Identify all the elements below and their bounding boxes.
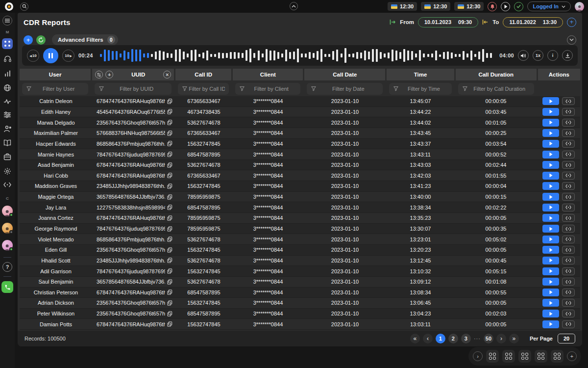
- sidebar-item-workspace[interactable]: [3, 153, 11, 160]
- table-row[interactable]: Eden Gill 2356764376Ghoq9876t657hh... 15…: [20, 245, 580, 256]
- last-page-button[interactable]: »: [509, 334, 519, 343]
- dock-workspace-1[interactable]: [486, 350, 499, 363]
- table-row[interactable]: Asad Benjamin 678474764376RAHuq9876thh..…: [20, 160, 580, 171]
- row-play-button[interactable]: [542, 108, 559, 116]
- sidebar-item-dashboard[interactable]: [2, 38, 13, 49]
- row-play-button[interactable]: [542, 129, 559, 137]
- row-details-button[interactable]: [562, 172, 575, 180]
- page-button-1[interactable]: 1: [436, 334, 445, 343]
- row-details-button[interactable]: [562, 267, 575, 275]
- row-play-button[interactable]: [542, 236, 559, 243]
- collapse-section-button[interactable]: [567, 35, 576, 45]
- row-details-button[interactable]: [562, 204, 575, 211]
- dock-expand-button[interactable]: ›: [473, 351, 483, 361]
- user-avatar[interactable]: [575, 2, 584, 11]
- table-row[interactable]: Maddison Graves 23485JJJhhjv989483876thh…: [20, 181, 580, 192]
- remove-column-button[interactable]: ×: [163, 71, 171, 79]
- row-details-button[interactable]: [562, 225, 575, 233]
- column-header-time[interactable]: Time: [387, 69, 454, 80]
- column-header-call-id[interactable]: Call ID: [175, 69, 231, 80]
- row-details-button[interactable]: [562, 289, 575, 296]
- row-details-button[interactable]: [562, 320, 575, 328]
- copy-uuid-button[interactable]: [167, 141, 172, 146]
- search-button[interactable]: [20, 2, 28, 11]
- dock-workspace-2[interactable]: [502, 350, 515, 363]
- table-row[interactable]: Christian Peterson 678474764376RAHuq9876…: [20, 288, 580, 298]
- filter-client-input[interactable]: [235, 86, 300, 92]
- row-details-button[interactable]: [562, 97, 575, 105]
- table-row[interactable]: Hhalid Scott 23485JJJhhjv989483876thh...…: [20, 256, 580, 266]
- copy-uuid-button[interactable]: [167, 173, 172, 178]
- contact-avatar-3[interactable]: [2, 240, 13, 251]
- row-details-button[interactable]: [562, 246, 575, 254]
- row-play-button[interactable]: [542, 204, 559, 211]
- page-button-3[interactable]: 3: [461, 334, 471, 343]
- sidebar-item-statistics[interactable]: [4, 70, 11, 77]
- filter-time[interactable]: [389, 83, 451, 95]
- filter-user[interactable]: [22, 83, 88, 95]
- column-header-uuid[interactable]: + UUID ×: [92, 69, 174, 80]
- copy-uuid-button[interactable]: [167, 184, 172, 189]
- sidebar-item-global[interactable]: [3, 84, 11, 92]
- copy-uuid-button[interactable]: [167, 311, 172, 316]
- copy-uuid-button[interactable]: [167, 258, 172, 263]
- filter-uuid[interactable]: [95, 83, 172, 95]
- row-play-button[interactable]: [542, 151, 559, 158]
- row-details-button[interactable]: [562, 182, 575, 190]
- row-play-button[interactable]: [542, 214, 559, 222]
- row-details-button[interactable]: [562, 193, 575, 201]
- skip-forward-10-button[interactable]: 10▶: [62, 50, 74, 62]
- row-details-button[interactable]: [562, 119, 575, 127]
- copy-uuid-button[interactable]: [167, 162, 172, 168]
- dialer-button[interactable]: [1, 281, 13, 293]
- row-details-button[interactable]: [562, 278, 575, 286]
- row-play-button[interactable]: [542, 97, 559, 105]
- table-row[interactable]: Edith Haney 45454764376RAOuq6776t55... 4…: [20, 107, 580, 118]
- dock-workspace-4[interactable]: [535, 350, 547, 363]
- pause-button[interactable]: [43, 48, 58, 63]
- collapse-topbar-button[interactable]: [290, 2, 298, 10]
- copy-uuid-button[interactable]: [167, 120, 172, 125]
- dock-workspace-5[interactable]: [551, 350, 564, 363]
- table-row[interactable]: Joanna Cortez 678474764376RAHuq9876thh..…: [20, 213, 580, 224]
- copy-uuid-button[interactable]: [167, 226, 172, 232]
- sidebar-item-settings-sliders[interactable]: [3, 111, 11, 118]
- copy-uuid-button[interactable]: [167, 215, 172, 221]
- add-date-range-button[interactable]: +: [567, 18, 576, 27]
- copy-uuid-button[interactable]: [167, 268, 172, 274]
- table-row[interactable]: Saul Benjamin 36578564876584JJbfbjv736..…: [20, 277, 580, 288]
- row-play-button[interactable]: [542, 299, 559, 307]
- filter-date-input[interactable]: [307, 86, 383, 92]
- page-button-2[interactable]: 2: [448, 334, 458, 343]
- next-page-button[interactable]: ›: [496, 334, 506, 343]
- notifications-button[interactable]: [488, 2, 497, 11]
- playback-speed-button[interactable]: 1x: [533, 50, 543, 61]
- table-row[interactable]: George Raymond 78476764376juduq98787699.…: [20, 224, 580, 235]
- table-row[interactable]: Maggie Ortega 36578564876584JJbfbjv736..…: [20, 192, 580, 203]
- sidebar-item-headset[interactable]: [3, 55, 12, 63]
- column-header-call-duration[interactable]: Call Duration: [456, 69, 537, 80]
- sidebar-item-settings[interactable]: [3, 167, 11, 175]
- row-play-button[interactable]: [542, 257, 559, 264]
- row-details-button[interactable]: [562, 299, 575, 307]
- volume-button[interactable]: [518, 50, 529, 61]
- help-button[interactable]: ?: [2, 262, 12, 272]
- table-row[interactable]: Catrin Deleon 678474764376RAHuq9876thh..…: [20, 96, 580, 107]
- table-row[interactable]: Jay Lara 122757583838hhsjn85989942... 68…: [20, 202, 580, 213]
- row-details-button[interactable]: [562, 140, 575, 148]
- copy-uuid-button[interactable]: [167, 300, 172, 306]
- column-header-user[interactable]: User: [20, 69, 91, 80]
- app-logo-icon[interactable]: [5, 2, 13, 11]
- from-datetime-picker[interactable]: 10.01.2023 09:30: [418, 17, 478, 27]
- row-play-button[interactable]: [542, 289, 559, 296]
- copy-uuid-button[interactable]: [167, 194, 172, 200]
- call-timer-1[interactable]: 12:30: [388, 2, 417, 11]
- refresh-button[interactable]: [36, 35, 46, 45]
- table-row[interactable]: Peter Wilkinson 2356764376Ghoq9876t657hh…: [20, 309, 580, 319]
- call-timer-3[interactable]: 12:30: [454, 2, 484, 11]
- filter-call-duration-input[interactable]: [458, 86, 534, 92]
- table-row[interactable]: Adil Garrison 78476764376juduq98787699..…: [20, 266, 580, 277]
- row-details-button[interactable]: [562, 108, 575, 116]
- dock-workspace-3[interactable]: [518, 350, 531, 363]
- waveform[interactable]: [100, 48, 493, 63]
